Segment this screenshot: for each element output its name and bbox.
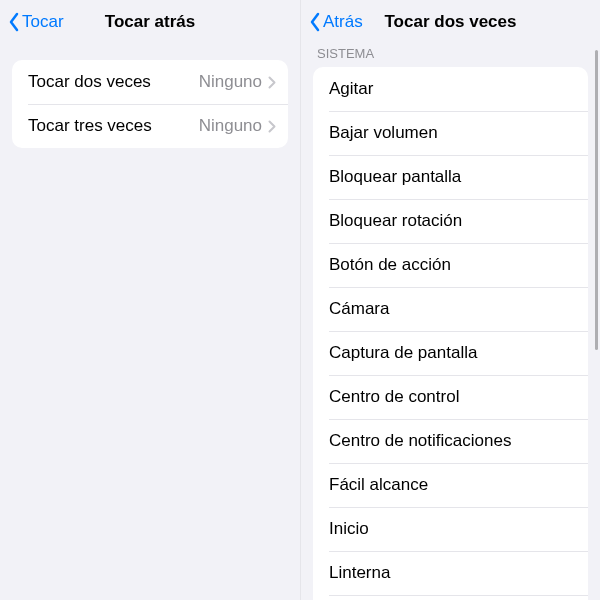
list-item[interactable]: Bloquear rotación bbox=[313, 199, 588, 243]
list-item[interactable]: Bajar volumen bbox=[313, 111, 588, 155]
back-button-label: Tocar bbox=[22, 12, 64, 32]
row-label: Fácil alcance bbox=[329, 475, 576, 495]
row-label: Inicio bbox=[329, 519, 576, 539]
chevron-left-icon bbox=[8, 12, 20, 32]
row-label: Linterna bbox=[329, 563, 576, 583]
double-tap-options-pane: Atrás Tocar dos veces Sistema Agitar Baj… bbox=[300, 0, 600, 600]
list-item[interactable]: Agitar bbox=[313, 67, 588, 111]
list-item[interactable]: Botón de acción bbox=[313, 243, 588, 287]
list-item[interactable]: Inicio bbox=[313, 507, 588, 551]
row-value: Ninguno bbox=[199, 116, 262, 136]
back-tap-group: Tocar dos veces Ninguno Tocar tres veces… bbox=[0, 60, 300, 148]
row-label: Bajar volumen bbox=[329, 123, 576, 143]
row-label: Cámara bbox=[329, 299, 576, 319]
content-right: Sistema Agitar Bajar volumen Bloquear pa… bbox=[301, 44, 600, 600]
system-actions-list: Agitar Bajar volumen Bloquear pantalla B… bbox=[313, 67, 588, 600]
list-item[interactable]: Captura de pantalla bbox=[313, 331, 588, 375]
back-button-label: Atrás bbox=[323, 12, 363, 32]
list-item[interactable]: Centro de notificaciones bbox=[313, 419, 588, 463]
row-label: Agitar bbox=[329, 79, 576, 99]
back-button[interactable]: Tocar bbox=[8, 12, 64, 32]
scrollbar-thumb[interactable] bbox=[595, 50, 598, 350]
list-item[interactable]: Fácil alcance bbox=[313, 463, 588, 507]
list-item[interactable]: Centro de control bbox=[313, 375, 588, 419]
section-header-system: Sistema bbox=[301, 44, 600, 67]
chevron-right-icon bbox=[268, 76, 276, 89]
navbar-left: Tocar Tocar atrás bbox=[0, 0, 300, 44]
list-item[interactable]: Cámara bbox=[313, 287, 588, 331]
row-label: Botón de acción bbox=[329, 255, 576, 275]
row-label: Centro de control bbox=[329, 387, 576, 407]
list-item[interactable]: Bloquear pantalla bbox=[313, 155, 588, 199]
double-tap-row[interactable]: Tocar dos veces Ninguno bbox=[12, 60, 288, 104]
list-item[interactable]: Selector de app bbox=[313, 595, 588, 600]
chevron-left-icon bbox=[309, 12, 321, 32]
row-label: Tocar tres veces bbox=[28, 116, 199, 136]
back-tap-settings-pane: Tocar Tocar atrás Tocar dos veces Ningun… bbox=[0, 0, 300, 600]
back-tap-list: Tocar dos veces Ninguno Tocar tres veces… bbox=[12, 60, 288, 148]
row-label: Tocar dos veces bbox=[28, 72, 199, 92]
navbar-right: Atrás Tocar dos veces bbox=[301, 0, 600, 44]
row-label: Bloquear pantalla bbox=[329, 167, 576, 187]
content-left: Tocar dos veces Ninguno Tocar tres veces… bbox=[0, 44, 300, 600]
row-value: Ninguno bbox=[199, 72, 262, 92]
row-label: Bloquear rotación bbox=[329, 211, 576, 231]
row-label: Captura de pantalla bbox=[329, 343, 576, 363]
back-button[interactable]: Atrás bbox=[309, 12, 363, 32]
chevron-right-icon bbox=[268, 120, 276, 133]
row-label: Centro de notificaciones bbox=[329, 431, 576, 451]
list-item[interactable]: Linterna bbox=[313, 551, 588, 595]
triple-tap-row[interactable]: Tocar tres veces Ninguno bbox=[12, 104, 288, 148]
